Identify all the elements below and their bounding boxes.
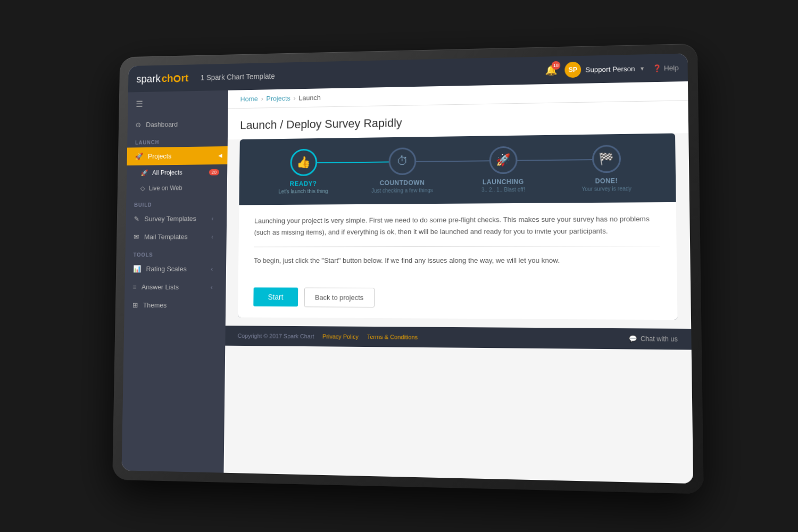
step-1-ready: 👍 READY? Let's launch this thing xyxy=(254,148,352,195)
terms-conditions-link[interactable]: Terms & Conditions xyxy=(367,334,418,340)
step-2-circle: ⏱ xyxy=(388,147,416,175)
wizard-description: Launching your project is very simple. F… xyxy=(254,213,660,239)
sidebar-item-dashboard[interactable]: ⊙ Dashboard xyxy=(128,114,228,134)
page-content: Home › Projects › Launch Launch / Deploy… xyxy=(223,81,693,484)
web-icon: ◇ xyxy=(140,185,145,192)
step-3-label: LAUNCHING xyxy=(483,178,524,186)
logo: spark chrt xyxy=(136,72,188,85)
sidebar: ☰ ⊙ Dashboard LAUNCH 🚀 Projects 🚀 All Pr… xyxy=(122,90,228,473)
chat-label: Chat with us xyxy=(641,335,678,343)
step-4-sublabel: Your survey is ready xyxy=(581,186,631,192)
steps-bar: 👍 READY? Let's launch this thing ⏱ COUNT… xyxy=(239,134,676,205)
start-button[interactable]: Start xyxy=(253,288,298,307)
user-name: Support Person xyxy=(585,64,635,73)
rocket-icon: 🚀 xyxy=(135,153,143,161)
sidebar-item-answer-lists[interactable]: ≡ Answer Lists ‹ xyxy=(124,278,226,296)
logo-o-icon xyxy=(173,75,180,82)
wizard-note: To begin, just click the "Start" button … xyxy=(254,255,660,267)
projects-label: Projects xyxy=(148,152,171,160)
flag-icon: 🚀 xyxy=(140,169,148,177)
survey-icon: ✎ xyxy=(134,215,140,223)
sidebar-subitem-live-on-web[interactable]: ◇ Live on Web xyxy=(126,180,227,196)
sidebar-subitem-all-projects[interactable]: 🚀 All Projects 20 xyxy=(127,164,227,181)
survey-templates-label: Survey Templates xyxy=(144,215,196,223)
step-4-done: 🏁 DONE! Your survey is ready xyxy=(554,144,659,192)
themes-icon: ⊞ xyxy=(132,301,138,309)
privacy-policy-link[interactable]: Privacy Policy xyxy=(322,333,359,340)
tablet-screen: spark chrt 1 Spark Chart Template 🔔 18 S… xyxy=(122,53,694,484)
chat-button[interactable]: 💬 Chat with us xyxy=(629,335,678,343)
step-1-sublabel: Let's launch this thing xyxy=(278,188,328,195)
template-title: 1 Spark Chart Template xyxy=(201,66,545,81)
sidebar-item-themes[interactable]: ⊞ Themes xyxy=(124,296,226,314)
all-projects-badge: 20 xyxy=(209,169,219,176)
footer: Copyright © 2017 Spark Chart Privacy Pol… xyxy=(225,326,691,350)
step-2-countdown: ⏱ COUNTDOWN Just checking a few things xyxy=(352,147,452,194)
wizard-content: Launching your project is very simple. F… xyxy=(238,202,677,280)
step-3-launching: 🚀 LAUNCHING 3.. 2.. 1.. Blast off! xyxy=(452,146,554,193)
collapse-icon-4: ‹ xyxy=(211,284,218,291)
step-4-label: DONE! xyxy=(595,177,618,185)
dashboard-label: Dashboard xyxy=(146,120,178,128)
collapse-icon-2: ‹ xyxy=(211,233,219,240)
sidebar-item-mail-templates[interactable]: ✉ Mail Templates ‹ xyxy=(126,228,227,246)
user-menu[interactable]: SP Support Person ▼ xyxy=(564,60,645,78)
back-to-projects-button[interactable]: Back to projects xyxy=(304,288,375,307)
notification-bell[interactable]: 🔔 18 xyxy=(545,64,558,76)
step-1-label: READY? xyxy=(290,180,317,187)
top-bar-right: 🔔 18 SP Support Person ▼ ❓ Help xyxy=(545,60,679,78)
hamburger-menu[interactable]: ☰ xyxy=(128,90,228,116)
step-3-circle: 🚀 xyxy=(489,146,517,174)
mail-templates-label: Mail Templates xyxy=(144,233,188,241)
collapse-icon-3: ‹ xyxy=(211,265,218,273)
breadcrumb-home[interactable]: Home xyxy=(240,95,258,103)
help-label: Help xyxy=(664,63,679,72)
breadcrumb-sep-1: › xyxy=(261,95,263,103)
tablet-device: spark chrt 1 Spark Chart Template 🔔 18 S… xyxy=(112,44,704,494)
step-3-sublabel: 3.. 2.. 1.. Blast off! xyxy=(481,187,525,193)
themes-label: Themes xyxy=(143,301,167,309)
chevron-down-icon: ▼ xyxy=(639,65,645,71)
dashboard-icon: ⊙ xyxy=(136,121,142,128)
avatar: SP xyxy=(564,62,581,78)
rating-scales-label: Rating Scales xyxy=(146,265,187,273)
chat-icon: 💬 xyxy=(629,335,637,343)
step-4-circle: 🏁 xyxy=(592,145,620,173)
rating-icon: 📊 xyxy=(133,265,141,273)
logo-chart-text: chrt xyxy=(162,72,189,84)
live-on-web-label: Live on Web xyxy=(149,185,182,192)
sidebar-section-tools: TOOLS xyxy=(125,246,226,260)
step-1-circle: 👍 xyxy=(290,149,317,176)
logo-spark-text: spark xyxy=(136,73,161,85)
mail-icon: ✉ xyxy=(134,233,139,241)
page-title: Launch / Deploy Survey Rapidly xyxy=(240,112,675,132)
copyright-text: Copyright © 2017 Spark Chart xyxy=(238,332,314,339)
step-2-label: COUNTDOWN xyxy=(380,179,425,187)
sidebar-item-rating-scales[interactable]: 📊 Rating Scales ‹ xyxy=(125,260,226,278)
wizard-actions: Start Back to projects xyxy=(238,279,677,320)
wizard-panel: 👍 READY? Let's launch this thing ⏱ COUNT… xyxy=(238,134,677,320)
sidebar-item-projects[interactable]: 🚀 Projects xyxy=(127,146,227,165)
all-projects-label: All Projects xyxy=(152,169,182,177)
breadcrumb-current: Launch xyxy=(298,94,320,102)
sidebar-section-build: BUILD xyxy=(126,195,227,210)
wizard-divider xyxy=(254,246,660,247)
breadcrumb-projects[interactable]: Projects xyxy=(266,94,290,102)
collapse-icon: ‹ xyxy=(211,215,219,222)
sidebar-section-launch: LAUNCH xyxy=(127,132,228,148)
sidebar-item-survey-templates[interactable]: ✎ Survey Templates ‹ xyxy=(126,209,227,228)
list-icon: ≡ xyxy=(132,283,136,291)
main-content: ☰ ⊙ Dashboard LAUNCH 🚀 Projects 🚀 All Pr… xyxy=(122,81,694,484)
breadcrumb-sep-2: › xyxy=(293,94,295,102)
notification-count: 18 xyxy=(552,61,560,70)
help-icon: ❓ xyxy=(653,64,662,72)
step-2-sublabel: Just checking a few things xyxy=(371,187,433,194)
answer-lists-label: Answer Lists xyxy=(142,283,179,291)
help-button[interactable]: ❓ Help xyxy=(653,63,679,72)
